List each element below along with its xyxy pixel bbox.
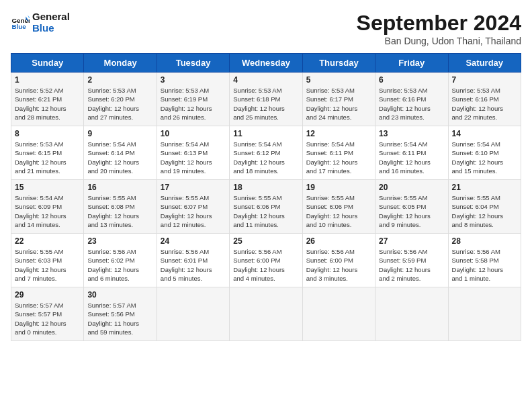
logo-general: General [32, 11, 70, 22]
day-number: 6 [379, 75, 444, 85]
cell-w2-d1: 9Sunrise: 5:54 AM Sunset: 6:14 PM Daylig… [84, 126, 157, 180]
month-title: September 2024 [357, 11, 521, 36]
day-number: 20 [379, 183, 444, 192]
title-area: September 2024 Ban Dung, Udon Thani, Tha… [357, 11, 521, 46]
cell-w1-d0: 1Sunrise: 5:52 AM Sunset: 6:21 PM Daylig… [11, 73, 84, 126]
cell-w2-d0: 8Sunrise: 5:53 AM Sunset: 6:15 PM Daylig… [11, 126, 84, 180]
day-info: Sunrise: 5:57 AM Sunset: 5:56 PM Dayligh… [87, 301, 152, 336]
cell-w3-d3: 18Sunrise: 5:55 AM Sunset: 6:06 PM Dayli… [230, 180, 302, 234]
day-info: Sunrise: 5:55 AM Sunset: 6:06 PM Dayligh… [233, 193, 298, 229]
day-number: 30 [87, 290, 152, 300]
cell-w4-d5: 27Sunrise: 5:56 AM Sunset: 5:59 PM Dayli… [375, 234, 448, 287]
cell-w5-d6 [448, 287, 521, 341]
col-saturday: Saturday [448, 54, 521, 73]
day-info: Sunrise: 5:57 AM Sunset: 5:57 PM Dayligh… [15, 301, 80, 336]
cell-w5-d0: 29Sunrise: 5:57 AM Sunset: 5:57 PM Dayli… [11, 287, 84, 341]
cell-w3-d2: 17Sunrise: 5:55 AM Sunset: 6:07 PM Dayli… [157, 180, 229, 234]
col-wednesday: Wednesday [230, 54, 302, 73]
day-number: 4 [233, 75, 298, 85]
cell-w1-d3: 4Sunrise: 5:53 AM Sunset: 6:18 PM Daylig… [230, 73, 302, 126]
day-info: Sunrise: 5:54 AM Sunset: 6:13 PM Dayligh… [161, 140, 226, 175]
cell-w3-d0: 15Sunrise: 5:54 AM Sunset: 6:09 PM Dayli… [11, 180, 84, 234]
col-friday: Friday [375, 54, 448, 73]
day-number: 26 [306, 236, 371, 246]
day-number: 29 [15, 290, 80, 300]
day-info: Sunrise: 5:55 AM Sunset: 6:03 PM Dayligh… [15, 247, 80, 283]
location: Ban Dung, Udon Thani, Thailand [357, 36, 521, 46]
day-number: 27 [379, 236, 444, 246]
cell-w5-d4 [302, 287, 375, 341]
day-number: 7 [452, 75, 517, 85]
cell-w1-d5: 6Sunrise: 5:53 AM Sunset: 6:16 PM Daylig… [375, 73, 448, 126]
day-number: 23 [87, 236, 152, 246]
day-number: 12 [306, 129, 371, 138]
week-row-4: 22Sunrise: 5:55 AM Sunset: 6:03 PM Dayli… [11, 234, 521, 287]
day-info: Sunrise: 5:53 AM Sunset: 6:18 PM Dayligh… [233, 86, 298, 122]
day-number: 19 [306, 183, 371, 192]
logo-blue: Blue [32, 22, 70, 34]
day-number: 22 [15, 236, 80, 246]
logo-icon: General Blue [11, 13, 30, 32]
day-number: 5 [306, 75, 371, 85]
day-info: Sunrise: 5:56 AM Sunset: 6:00 PM Dayligh… [306, 247, 371, 283]
day-info: Sunrise: 5:53 AM Sunset: 6:16 PM Dayligh… [379, 86, 444, 122]
day-info: Sunrise: 5:52 AM Sunset: 6:21 PM Dayligh… [15, 86, 80, 122]
col-tuesday: Tuesday [157, 54, 229, 73]
cell-w4-d2: 24Sunrise: 5:56 AM Sunset: 6:01 PM Dayli… [157, 234, 229, 287]
header-row: Sunday Monday Tuesday Wednesday Thursday… [11, 54, 521, 73]
day-number: 15 [15, 183, 80, 192]
day-info: Sunrise: 5:54 AM Sunset: 6:11 PM Dayligh… [306, 140, 371, 175]
day-info: Sunrise: 5:55 AM Sunset: 6:07 PM Dayligh… [161, 193, 226, 229]
cell-w1-d6: 7Sunrise: 5:53 AM Sunset: 6:16 PM Daylig… [448, 73, 521, 126]
cell-w3-d6: 21Sunrise: 5:55 AM Sunset: 6:04 PM Dayli… [448, 180, 521, 234]
day-number: 11 [233, 129, 298, 138]
day-info: Sunrise: 5:53 AM Sunset: 6:16 PM Dayligh… [452, 86, 517, 122]
day-number: 21 [452, 183, 517, 192]
col-monday: Monday [84, 54, 157, 73]
day-number: 3 [161, 75, 226, 85]
week-row-1: 1Sunrise: 5:52 AM Sunset: 6:21 PM Daylig… [11, 73, 521, 126]
day-info: Sunrise: 5:53 AM Sunset: 6:15 PM Dayligh… [15, 140, 80, 175]
col-thursday: Thursday [302, 54, 375, 73]
cell-w4-d1: 23Sunrise: 5:56 AM Sunset: 6:02 PM Dayli… [84, 234, 157, 287]
day-info: Sunrise: 5:55 AM Sunset: 6:06 PM Dayligh… [306, 193, 371, 229]
cell-w1-d4: 5Sunrise: 5:53 AM Sunset: 6:17 PM Daylig… [302, 73, 375, 126]
day-info: Sunrise: 5:54 AM Sunset: 6:12 PM Dayligh… [233, 140, 298, 175]
day-number: 25 [233, 236, 298, 246]
day-info: Sunrise: 5:56 AM Sunset: 5:59 PM Dayligh… [379, 247, 444, 283]
cell-w2-d4: 12Sunrise: 5:54 AM Sunset: 6:11 PM Dayli… [302, 126, 375, 180]
week-row-2: 8Sunrise: 5:53 AM Sunset: 6:15 PM Daylig… [11, 126, 521, 180]
day-number: 2 [87, 75, 152, 85]
cell-w5-d1: 30Sunrise: 5:57 AM Sunset: 5:56 PM Dayli… [84, 287, 157, 341]
day-info: Sunrise: 5:56 AM Sunset: 6:01 PM Dayligh… [161, 247, 226, 283]
day-number: 1 [15, 75, 80, 85]
calendar-table: Sunday Monday Tuesday Wednesday Thursday… [11, 53, 521, 341]
week-row-3: 15Sunrise: 5:54 AM Sunset: 6:09 PM Dayli… [11, 180, 521, 234]
day-number: 14 [452, 129, 517, 138]
day-info: Sunrise: 5:55 AM Sunset: 6:08 PM Dayligh… [87, 193, 152, 229]
day-info: Sunrise: 5:55 AM Sunset: 6:04 PM Dayligh… [452, 193, 517, 229]
day-number: 9 [87, 129, 152, 138]
day-info: Sunrise: 5:54 AM Sunset: 6:09 PM Dayligh… [15, 193, 80, 229]
day-number: 28 [452, 236, 517, 246]
cell-w4-d4: 26Sunrise: 5:56 AM Sunset: 6:00 PM Dayli… [302, 234, 375, 287]
day-number: 18 [233, 183, 298, 192]
cell-w1-d2: 3Sunrise: 5:53 AM Sunset: 6:19 PM Daylig… [157, 73, 229, 126]
day-info: Sunrise: 5:54 AM Sunset: 6:11 PM Dayligh… [379, 140, 444, 175]
cell-w2-d5: 13Sunrise: 5:54 AM Sunset: 6:11 PM Dayli… [375, 126, 448, 180]
day-info: Sunrise: 5:54 AM Sunset: 6:10 PM Dayligh… [452, 140, 517, 175]
week-row-5: 29Sunrise: 5:57 AM Sunset: 5:57 PM Dayli… [11, 287, 521, 341]
day-info: Sunrise: 5:56 AM Sunset: 5:58 PM Dayligh… [452, 247, 517, 283]
cell-w5-d3 [230, 287, 302, 341]
cell-w2-d6: 14Sunrise: 5:54 AM Sunset: 6:10 PM Dayli… [448, 126, 521, 180]
svg-text:Blue: Blue [11, 23, 26, 30]
logo: General Blue General Blue [11, 11, 70, 34]
cell-w3-d4: 19Sunrise: 5:55 AM Sunset: 6:06 PM Dayli… [302, 180, 375, 234]
day-number: 13 [379, 129, 444, 138]
cell-w3-d1: 16Sunrise: 5:55 AM Sunset: 6:08 PM Dayli… [84, 180, 157, 234]
day-number: 8 [15, 129, 80, 138]
day-info: Sunrise: 5:53 AM Sunset: 6:19 PM Dayligh… [161, 86, 226, 122]
day-number: 16 [87, 183, 152, 192]
cell-w5-d5 [375, 287, 448, 341]
col-sunday: Sunday [11, 54, 84, 73]
